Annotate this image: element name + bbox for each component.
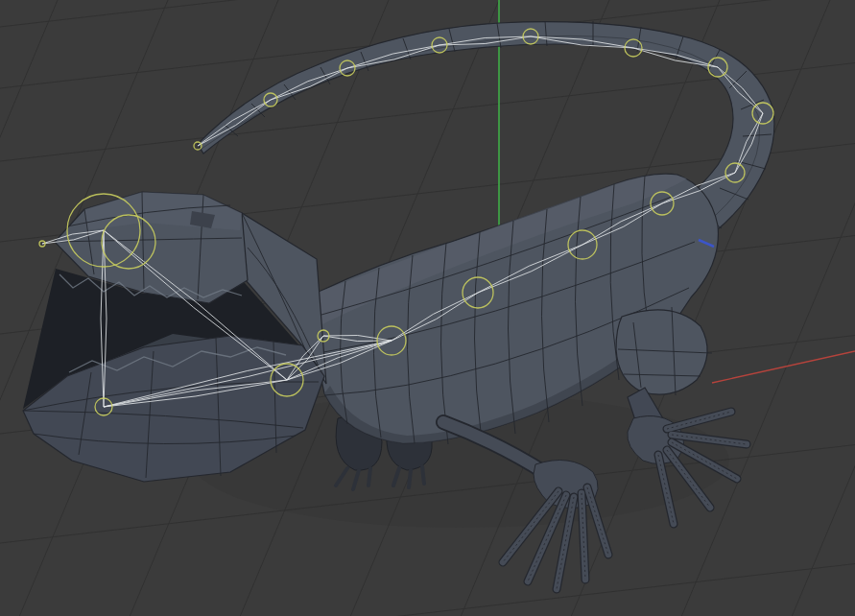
grid-line	[0, 0, 855, 27]
viewport-canvas[interactable]	[0, 0, 855, 616]
x-axis-red	[712, 351, 855, 383]
grid-line	[792, 0, 855, 616]
viewport-3d[interactable]	[0, 0, 855, 616]
grid-line	[681, 0, 855, 616]
grid-line	[0, 564, 855, 616]
